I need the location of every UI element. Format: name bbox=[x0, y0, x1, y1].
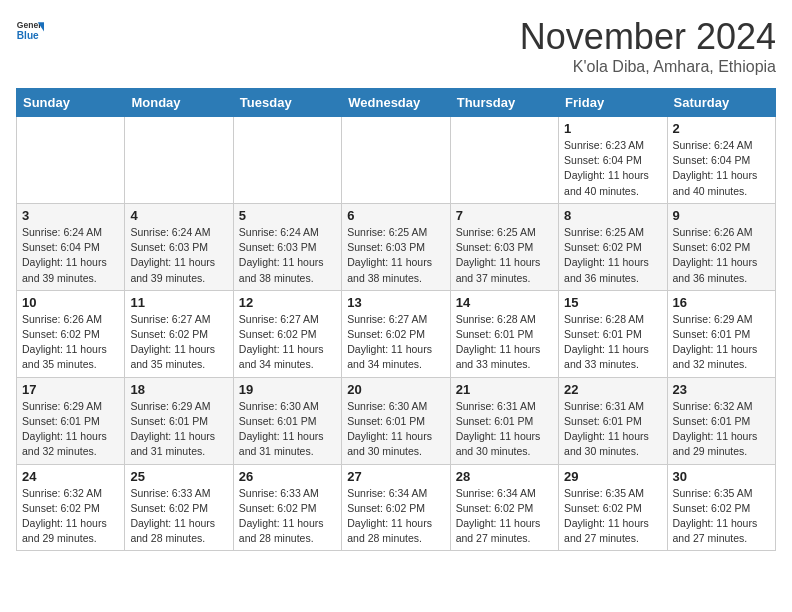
day-number: 19 bbox=[239, 382, 336, 397]
day-detail: Sunrise: 6:25 AM Sunset: 6:03 PM Dayligh… bbox=[456, 225, 553, 286]
calendar-cell bbox=[342, 117, 450, 204]
day-detail: Sunrise: 6:34 AM Sunset: 6:02 PM Dayligh… bbox=[456, 486, 553, 547]
calendar-cell bbox=[233, 117, 341, 204]
calendar-cell: 3Sunrise: 6:24 AM Sunset: 6:04 PM Daylig… bbox=[17, 203, 125, 290]
calendar-cell: 27Sunrise: 6:34 AM Sunset: 6:02 PM Dayli… bbox=[342, 464, 450, 551]
day-detail: Sunrise: 6:35 AM Sunset: 6:02 PM Dayligh… bbox=[564, 486, 661, 547]
calendar-cell: 26Sunrise: 6:33 AM Sunset: 6:02 PM Dayli… bbox=[233, 464, 341, 551]
day-number: 26 bbox=[239, 469, 336, 484]
day-detail: Sunrise: 6:32 AM Sunset: 6:01 PM Dayligh… bbox=[673, 399, 770, 460]
day-detail: Sunrise: 6:33 AM Sunset: 6:02 PM Dayligh… bbox=[239, 486, 336, 547]
calendar-table: SundayMondayTuesdayWednesdayThursdayFrid… bbox=[16, 88, 776, 551]
day-number: 30 bbox=[673, 469, 770, 484]
calendar-cell: 19Sunrise: 6:30 AM Sunset: 6:01 PM Dayli… bbox=[233, 377, 341, 464]
day-detail: Sunrise: 6:29 AM Sunset: 6:01 PM Dayligh… bbox=[130, 399, 227, 460]
weekday-header-sunday: Sunday bbox=[17, 89, 125, 117]
day-detail: Sunrise: 6:33 AM Sunset: 6:02 PM Dayligh… bbox=[130, 486, 227, 547]
weekday-header-thursday: Thursday bbox=[450, 89, 558, 117]
calendar-cell: 25Sunrise: 6:33 AM Sunset: 6:02 PM Dayli… bbox=[125, 464, 233, 551]
calendar-cell: 30Sunrise: 6:35 AM Sunset: 6:02 PM Dayli… bbox=[667, 464, 775, 551]
weekday-header-saturday: Saturday bbox=[667, 89, 775, 117]
week-row-4: 17Sunrise: 6:29 AM Sunset: 6:01 PM Dayli… bbox=[17, 377, 776, 464]
day-number: 11 bbox=[130, 295, 227, 310]
svg-text:General: General bbox=[17, 20, 44, 30]
day-detail: Sunrise: 6:23 AM Sunset: 6:04 PM Dayligh… bbox=[564, 138, 661, 199]
week-row-3: 10Sunrise: 6:26 AM Sunset: 6:02 PM Dayli… bbox=[17, 290, 776, 377]
weekday-header-wednesday: Wednesday bbox=[342, 89, 450, 117]
day-detail: Sunrise: 6:31 AM Sunset: 6:01 PM Dayligh… bbox=[456, 399, 553, 460]
day-detail: Sunrise: 6:27 AM Sunset: 6:02 PM Dayligh… bbox=[347, 312, 444, 373]
day-number: 15 bbox=[564, 295, 661, 310]
calendar-cell bbox=[450, 117, 558, 204]
location-title: K'ola Diba, Amhara, Ethiopia bbox=[520, 58, 776, 76]
day-detail: Sunrise: 6:31 AM Sunset: 6:01 PM Dayligh… bbox=[564, 399, 661, 460]
weekday-header-friday: Friday bbox=[559, 89, 667, 117]
calendar-body: 1Sunrise: 6:23 AM Sunset: 6:04 PM Daylig… bbox=[17, 117, 776, 551]
day-number: 20 bbox=[347, 382, 444, 397]
calendar-cell: 24Sunrise: 6:32 AM Sunset: 6:02 PM Dayli… bbox=[17, 464, 125, 551]
day-number: 8 bbox=[564, 208, 661, 223]
calendar-cell: 15Sunrise: 6:28 AM Sunset: 6:01 PM Dayli… bbox=[559, 290, 667, 377]
day-detail: Sunrise: 6:35 AM Sunset: 6:02 PM Dayligh… bbox=[673, 486, 770, 547]
day-detail: Sunrise: 6:30 AM Sunset: 6:01 PM Dayligh… bbox=[239, 399, 336, 460]
day-detail: Sunrise: 6:24 AM Sunset: 6:04 PM Dayligh… bbox=[22, 225, 119, 286]
day-detail: Sunrise: 6:34 AM Sunset: 6:02 PM Dayligh… bbox=[347, 486, 444, 547]
day-number: 18 bbox=[130, 382, 227, 397]
day-detail: Sunrise: 6:32 AM Sunset: 6:02 PM Dayligh… bbox=[22, 486, 119, 547]
day-number: 17 bbox=[22, 382, 119, 397]
calendar-cell: 11Sunrise: 6:27 AM Sunset: 6:02 PM Dayli… bbox=[125, 290, 233, 377]
day-number: 1 bbox=[564, 121, 661, 136]
calendar-cell: 5Sunrise: 6:24 AM Sunset: 6:03 PM Daylig… bbox=[233, 203, 341, 290]
day-number: 5 bbox=[239, 208, 336, 223]
calendar-cell: 22Sunrise: 6:31 AM Sunset: 6:01 PM Dayli… bbox=[559, 377, 667, 464]
week-row-5: 24Sunrise: 6:32 AM Sunset: 6:02 PM Dayli… bbox=[17, 464, 776, 551]
day-number: 22 bbox=[564, 382, 661, 397]
logo-icon: General Blue bbox=[16, 16, 44, 44]
calendar-cell: 23Sunrise: 6:32 AM Sunset: 6:01 PM Dayli… bbox=[667, 377, 775, 464]
calendar-cell: 8Sunrise: 6:25 AM Sunset: 6:02 PM Daylig… bbox=[559, 203, 667, 290]
weekday-header-row: SundayMondayTuesdayWednesdayThursdayFrid… bbox=[17, 89, 776, 117]
calendar-cell: 28Sunrise: 6:34 AM Sunset: 6:02 PM Dayli… bbox=[450, 464, 558, 551]
day-detail: Sunrise: 6:24 AM Sunset: 6:03 PM Dayligh… bbox=[130, 225, 227, 286]
day-number: 4 bbox=[130, 208, 227, 223]
day-number: 7 bbox=[456, 208, 553, 223]
logo: General Blue bbox=[16, 16, 44, 44]
week-row-1: 1Sunrise: 6:23 AM Sunset: 6:04 PM Daylig… bbox=[17, 117, 776, 204]
day-number: 21 bbox=[456, 382, 553, 397]
calendar-cell: 13Sunrise: 6:27 AM Sunset: 6:02 PM Dayli… bbox=[342, 290, 450, 377]
calendar-cell: 12Sunrise: 6:27 AM Sunset: 6:02 PM Dayli… bbox=[233, 290, 341, 377]
calendar-cell: 7Sunrise: 6:25 AM Sunset: 6:03 PM Daylig… bbox=[450, 203, 558, 290]
day-detail: Sunrise: 6:29 AM Sunset: 6:01 PM Dayligh… bbox=[22, 399, 119, 460]
day-detail: Sunrise: 6:28 AM Sunset: 6:01 PM Dayligh… bbox=[456, 312, 553, 373]
calendar-cell: 21Sunrise: 6:31 AM Sunset: 6:01 PM Dayli… bbox=[450, 377, 558, 464]
title-section: November 2024 K'ola Diba, Amhara, Ethiop… bbox=[520, 16, 776, 76]
calendar-cell bbox=[17, 117, 125, 204]
calendar-cell: 10Sunrise: 6:26 AM Sunset: 6:02 PM Dayli… bbox=[17, 290, 125, 377]
day-detail: Sunrise: 6:30 AM Sunset: 6:01 PM Dayligh… bbox=[347, 399, 444, 460]
month-title: November 2024 bbox=[520, 16, 776, 58]
day-number: 9 bbox=[673, 208, 770, 223]
calendar-cell: 16Sunrise: 6:29 AM Sunset: 6:01 PM Dayli… bbox=[667, 290, 775, 377]
calendar-cell: 4Sunrise: 6:24 AM Sunset: 6:03 PM Daylig… bbox=[125, 203, 233, 290]
day-number: 3 bbox=[22, 208, 119, 223]
day-detail: Sunrise: 6:25 AM Sunset: 6:03 PM Dayligh… bbox=[347, 225, 444, 286]
day-detail: Sunrise: 6:25 AM Sunset: 6:02 PM Dayligh… bbox=[564, 225, 661, 286]
calendar-cell: 17Sunrise: 6:29 AM Sunset: 6:01 PM Dayli… bbox=[17, 377, 125, 464]
day-detail: Sunrise: 6:29 AM Sunset: 6:01 PM Dayligh… bbox=[673, 312, 770, 373]
weekday-header-tuesday: Tuesday bbox=[233, 89, 341, 117]
day-detail: Sunrise: 6:27 AM Sunset: 6:02 PM Dayligh… bbox=[130, 312, 227, 373]
day-number: 2 bbox=[673, 121, 770, 136]
day-number: 24 bbox=[22, 469, 119, 484]
header: General Blue November 2024 K'ola Diba, A… bbox=[16, 16, 776, 76]
day-number: 27 bbox=[347, 469, 444, 484]
day-number: 25 bbox=[130, 469, 227, 484]
calendar-cell bbox=[125, 117, 233, 204]
day-number: 6 bbox=[347, 208, 444, 223]
calendar-cell: 6Sunrise: 6:25 AM Sunset: 6:03 PM Daylig… bbox=[342, 203, 450, 290]
day-number: 10 bbox=[22, 295, 119, 310]
calendar-cell: 9Sunrise: 6:26 AM Sunset: 6:02 PM Daylig… bbox=[667, 203, 775, 290]
day-detail: Sunrise: 6:24 AM Sunset: 6:04 PM Dayligh… bbox=[673, 138, 770, 199]
day-number: 28 bbox=[456, 469, 553, 484]
calendar-cell: 20Sunrise: 6:30 AM Sunset: 6:01 PM Dayli… bbox=[342, 377, 450, 464]
day-number: 12 bbox=[239, 295, 336, 310]
